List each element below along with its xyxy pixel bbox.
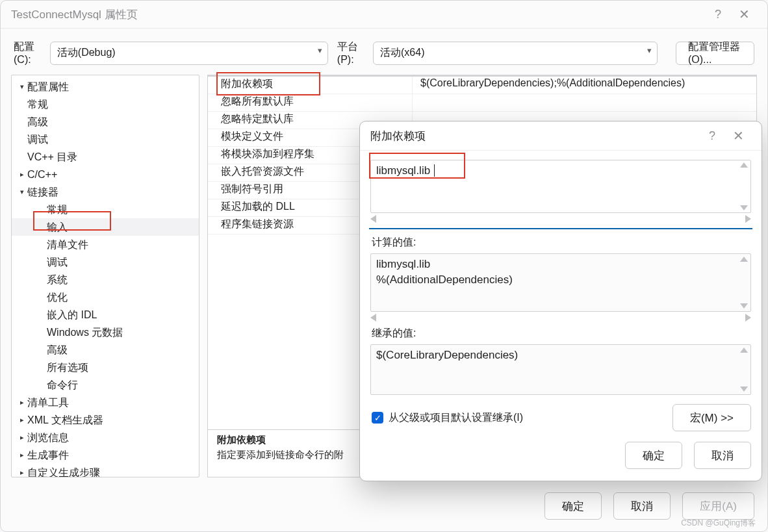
inherit-checkbox[interactable]: ✓ 从父级或项目默认设置继承(I) bbox=[372, 411, 523, 425]
scroll-down-icon bbox=[740, 386, 748, 392]
tree-custom-build[interactable]: ▸自定义生成步骤 bbox=[12, 464, 199, 477]
help-icon[interactable]: ? bbox=[699, 129, 725, 143]
additional-dependencies-dialog: 附加依赖项 ? ✕ libmysql.lib 计算的值: libmysql.li… bbox=[359, 121, 762, 481]
watermark: CSDN @GuQing博客 bbox=[681, 518, 756, 529]
tree-manifest-tool[interactable]: ▸清单工具 bbox=[12, 394, 199, 411]
vertical-scrollbar[interactable] bbox=[740, 162, 748, 168]
inherited-values: $(CoreLibraryDependencies) bbox=[370, 344, 751, 395]
tree-linker-manifest[interactable]: 清单文件 bbox=[12, 236, 199, 253]
help-icon[interactable]: ? bbox=[705, 8, 731, 21]
configuration-row: 配置(C): 活动(Debug) ▾ 平台(P): 活动(x64) ▾ 配置管理… bbox=[1, 29, 767, 75]
tree-browse[interactable]: ▸浏览信息 bbox=[12, 429, 199, 446]
inherited-label: 继承的值: bbox=[360, 327, 762, 343]
window-title: TestConnectMysql 属性页 bbox=[11, 7, 138, 22]
platform-combo[interactable]: 活动(x64) ▾ bbox=[373, 42, 658, 65]
scroll-left-icon bbox=[370, 314, 376, 322]
tree-linker[interactable]: ▾链接器 bbox=[12, 183, 199, 201]
dialog-buttons: 确定 取消 bbox=[360, 438, 762, 481]
scroll-down-icon bbox=[740, 303, 748, 309]
horizontal-scrollbar[interactable] bbox=[370, 313, 751, 322]
vertical-scrollbar[interactable] bbox=[740, 205, 748, 210]
dialog-title: 附加依赖项 bbox=[370, 129, 426, 144]
dialog-row: ✓ 从父级或项目默认设置继承(I) 宏(M) >> bbox=[360, 395, 762, 438]
tree-linker-input[interactable]: 输入 bbox=[12, 218, 199, 236]
config-combo-value: 活动(Debug) bbox=[57, 46, 116, 60]
inherited-line: $(CoreLibraryDependencies) bbox=[376, 348, 745, 363]
macros-button[interactable]: 宏(M) >> bbox=[672, 404, 751, 431]
apply-button[interactable]: 应用(A) bbox=[682, 492, 754, 520]
cancel-button[interactable]: 取消 bbox=[613, 492, 671, 520]
category-tree[interactable]: ▾配置属性 常规 高级 调试 VC++ 目录 ▸C/C++ ▾链接器 常规 输入… bbox=[11, 75, 199, 477]
prop-row[interactable]: 忽略所有默认库 bbox=[208, 94, 756, 112]
dependencies-textarea[interactable]: libmysql.lib bbox=[370, 160, 751, 213]
vertical-scrollbar[interactable] bbox=[740, 303, 748, 309]
scroll-up-icon bbox=[740, 162, 748, 168]
tree-linker-system[interactable]: 系统 bbox=[12, 271, 199, 288]
calculated-line: libmysql.lib bbox=[376, 257, 745, 272]
scroll-up-icon bbox=[740, 348, 748, 353]
checkbox-label: 从父级或项目默认设置继承(I) bbox=[389, 411, 523, 425]
property-pages-window: TestConnectMysql 属性页 ? ✕ 配置(C): 活动(Debug… bbox=[0, 0, 768, 532]
close-icon[interactable]: ✕ bbox=[725, 128, 751, 144]
tree-linker-debug[interactable]: 调试 bbox=[12, 253, 199, 271]
scroll-right-icon bbox=[745, 314, 751, 322]
vertical-scrollbar[interactable] bbox=[740, 348, 748, 353]
titlebar: TestConnectMysql 属性页 ? ✕ bbox=[1, 1, 767, 29]
tree-general[interactable]: 常规 bbox=[12, 95, 199, 113]
textarea-value: libmysql.lib bbox=[376, 164, 430, 177]
chevron-down-icon: ▾ bbox=[647, 45, 652, 55]
scroll-left-icon bbox=[370, 215, 376, 223]
config-manager-button[interactable]: 配置管理器(O)... bbox=[676, 42, 754, 65]
tree-advanced[interactable]: 高级 bbox=[12, 113, 199, 131]
tree-linker-embed-idl[interactable]: 嵌入的 IDL bbox=[12, 306, 199, 323]
check-icon: ✓ bbox=[372, 412, 383, 424]
tree-debug[interactable]: 调试 bbox=[12, 131, 199, 148]
calculated-line: %(AdditionalDependencies) bbox=[376, 272, 745, 288]
scroll-up-icon bbox=[740, 257, 748, 262]
vertical-scrollbar[interactable] bbox=[740, 257, 748, 262]
ok-button[interactable]: 确定 bbox=[544, 492, 602, 520]
config-combo[interactable]: 活动(Debug) ▾ bbox=[50, 42, 328, 65]
prop-row[interactable]: 附加依赖项$(CoreLibraryDependencies);%(Additi… bbox=[208, 75, 756, 94]
dialog-titlebar: 附加依赖项 ? ✕ bbox=[360, 121, 762, 151]
tree-linker-adv[interactable]: 高级 bbox=[12, 341, 199, 359]
vertical-scrollbar[interactable] bbox=[740, 386, 748, 392]
close-icon[interactable]: ✕ bbox=[731, 6, 757, 22]
tree-vcdirs[interactable]: VC++ 目录 bbox=[12, 148, 199, 166]
tree-root[interactable]: ▾配置属性 bbox=[12, 78, 199, 95]
dialog-ok-button[interactable]: 确定 bbox=[625, 442, 682, 469]
horizontal-scrollbar[interactable] bbox=[370, 214, 751, 223]
tree-linker-cmd[interactable]: 命令行 bbox=[12, 376, 199, 394]
platform-combo-value: 活动(x64) bbox=[380, 46, 424, 60]
separator bbox=[369, 228, 752, 229]
config-label: 配置(C): bbox=[14, 40, 41, 66]
scroll-right-icon bbox=[745, 215, 751, 223]
tree-linker-all[interactable]: 所有选项 bbox=[12, 359, 199, 376]
tree-build-events[interactable]: ▸生成事件 bbox=[12, 446, 199, 464]
tree-linker-winmd[interactable]: Windows 元数据 bbox=[12, 323, 199, 341]
chevron-down-icon: ▾ bbox=[318, 45, 322, 55]
scroll-down-icon bbox=[740, 205, 748, 210]
main-buttons: 确定 取消 应用(A) bbox=[544, 492, 754, 520]
calculated-values: libmysql.lib %(AdditionalDependencies) bbox=[370, 253, 751, 312]
calculated-label: 计算的值: bbox=[360, 236, 762, 252]
tree-xml-doc[interactable]: ▸XML 文档生成器 bbox=[12, 411, 199, 429]
caret-icon bbox=[431, 164, 435, 177]
tree-linker-opt[interactable]: 优化 bbox=[12, 288, 199, 306]
tree-ccpp[interactable]: ▸C/C++ bbox=[12, 166, 199, 183]
tree-linker-general[interactable]: 常规 bbox=[12, 201, 199, 218]
platform-label: 平台(P): bbox=[337, 40, 364, 66]
dialog-cancel-button[interactable]: 取消 bbox=[694, 442, 751, 469]
